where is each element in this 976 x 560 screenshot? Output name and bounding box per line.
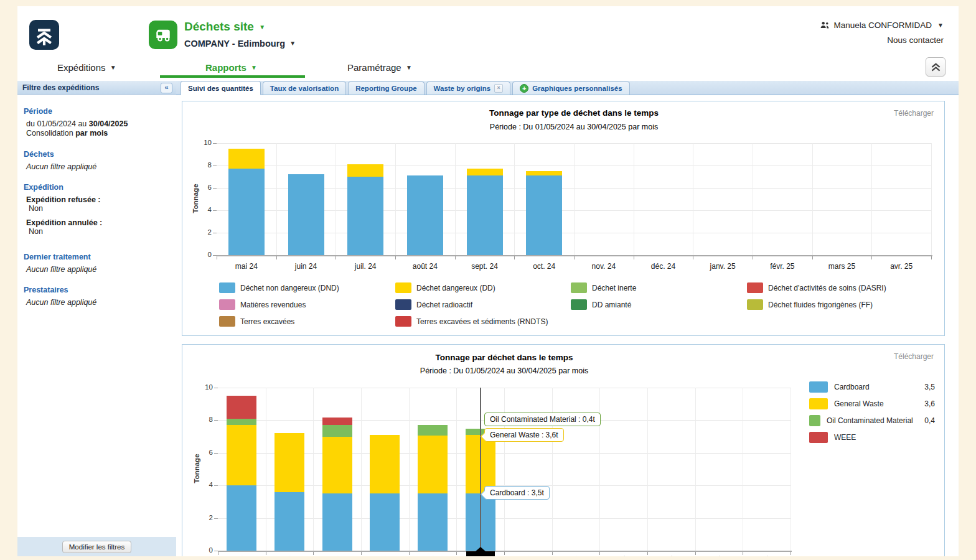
- x-axis-category-label: juil. 24: [337, 262, 393, 271]
- tab-taux-de-valorisation[interactable]: Taux de valorisation: [263, 82, 346, 95]
- filter-panel: Période du 01/05/2024 au 30/04/2025 Cons…: [17, 95, 176, 537]
- bar-segment-general-waste[interactable]: [370, 435, 400, 493]
- bar-segment-cardboard[interactable]: [418, 493, 448, 551]
- legend-item[interactable]: WEEE: [809, 432, 935, 443]
- bar-segment-oil-contaminated-material[interactable]: [418, 425, 448, 436]
- legend-item[interactable]: Déchet fluides frigorigènes (FF): [747, 299, 873, 310]
- bar-segment-d-chet-non-dangereux-dnd-[interactable]: [467, 175, 503, 255]
- contact-link[interactable]: Nous contacter: [887, 35, 944, 45]
- download-link-chart2[interactable]: Télécharger: [894, 352, 934, 361]
- legend-label: Déchet d'activités de soins (DASRI): [768, 284, 886, 292]
- chart2-title: Tonnage par déchet dans le temps: [435, 353, 573, 362]
- x-axis-category-label: mai 24: [218, 262, 274, 271]
- bar-segment-cardboard[interactable]: [227, 485, 256, 551]
- x-axis-tick: [456, 552, 457, 555]
- modify-filters-button[interactable]: Modifier les filtres: [62, 541, 131, 553]
- legend-item[interactable]: Terres excavées: [219, 316, 294, 327]
- x-axis-tick: [504, 552, 505, 555]
- grid-line-v: [791, 388, 791, 551]
- y-axis-tick: [214, 485, 218, 486]
- nav-parametrage[interactable]: Paramétrage ▼: [347, 62, 412, 73]
- tab-graphiques-personnalises[interactable]: + Graphiques personnalisés: [512, 82, 629, 95]
- bar-segment-cardboard[interactable]: [274, 492, 304, 551]
- bar-segment-d-chet-dangereux-dd-[interactable]: [347, 164, 383, 177]
- section-heading: Période: [24, 107, 170, 116]
- close-icon[interactable]: ×: [494, 84, 503, 93]
- legend-item[interactable]: DD amianté: [571, 299, 631, 310]
- legend-item[interactable]: Déchet inerte: [571, 282, 636, 293]
- x-axis-tick: [313, 552, 314, 555]
- legend-item[interactable]: Terres excavées et sédiments (RNDTS): [395, 316, 548, 327]
- bar-segment-d-chet-non-dangereux-dnd-[interactable]: [407, 175, 443, 255]
- logo-tree-icon: [32, 22, 57, 47]
- bar-segment-weee[interactable]: [227, 396, 256, 419]
- bar-segment-general-waste[interactable]: [322, 437, 352, 494]
- x-axis-category-label: juin 24: [278, 262, 334, 271]
- x-axis-tick: [791, 552, 791, 555]
- company-dropdown[interactable]: COMPANY - Edimbourg ▼: [184, 39, 296, 49]
- truck-glyph: [151, 23, 175, 47]
- bar-segment-general-waste[interactable]: [418, 436, 448, 493]
- legend-swatch: [395, 299, 411, 310]
- chevron-down-icon: ▼: [406, 64, 412, 71]
- y-axis-tick: [214, 388, 218, 388]
- tab-label: Graphiques personnalisés: [532, 85, 622, 92]
- bar-segment-d-chet-non-dangereux-dnd-[interactable]: [228, 169, 265, 255]
- filter-section-dechets: Déchets Aucun filtre appliqué: [24, 150, 170, 171]
- bar-segment-general-waste[interactable]: [274, 433, 304, 492]
- x-axis-tick: [574, 256, 575, 259]
- x-axis-category-label: sept. 24: [457, 262, 513, 271]
- hovered-axis-label-marker: [466, 551, 495, 556]
- legend-item[interactable]: Déchet dangereux (DD): [395, 282, 495, 293]
- field-value: Non: [29, 227, 170, 236]
- bar-segment-d-chet-dangereux-dd-[interactable]: [467, 169, 503, 175]
- tab-waste-by-origins[interactable]: Waste by origins ×: [426, 82, 511, 95]
- filter-line: du 01/05/2024 au 30/04/2025: [26, 119, 170, 129]
- nav-expeditions[interactable]: Expéditions ▼: [57, 62, 116, 73]
- legend-label: Déchet non dangereux (DND): [240, 284, 339, 292]
- tab-suivi-des-quantites[interactable]: Suivi des quantités: [181, 81, 261, 95]
- y-axis-tick-label: 6: [194, 449, 213, 456]
- bar-segment-d-chet-dangereux-dd-[interactable]: [228, 149, 265, 169]
- bar-segment-d-chet-non-dangereux-dnd-[interactable]: [347, 177, 383, 255]
- legend-item[interactable]: Déchet d'activités de soins (DASRI): [747, 282, 886, 293]
- bar-segment-d-chet-non-dangereux-dnd-[interactable]: [526, 175, 562, 255]
- legend-item[interactable]: Oil Contaminated Material0,4: [809, 415, 935, 426]
- legend-label: Déchet inerte: [592, 284, 636, 292]
- x-axis-tick: [455, 256, 456, 259]
- bar-segment-oil-contaminated-material[interactable]: [322, 425, 352, 436]
- nav-rapports[interactable]: Rapports ▼: [205, 62, 257, 73]
- legend-label: Terres excavées: [240, 317, 294, 326]
- x-axis-tick: [647, 552, 648, 555]
- collapse-header-button[interactable]: [926, 57, 946, 77]
- y-axis-tick: [214, 420, 218, 421]
- bar-segment-oil-contaminated-material[interactable]: [227, 419, 256, 425]
- filter-text-bold: 30/04/2025: [89, 119, 128, 128]
- user-menu[interactable]: Manuela CONFORMIDAD ▼: [820, 20, 944, 30]
- bar-segment-general-waste[interactable]: [227, 425, 256, 485]
- grid-line-v: [812, 143, 813, 255]
- legend-value: 3,6: [909, 399, 935, 408]
- bar-segment-cardboard[interactable]: [370, 493, 400, 551]
- site-title-dropdown[interactable]: Déchets site ▼: [184, 20, 265, 34]
- page: Déchets site ▼ COMPANY - Edimbourg ▼ Man…: [0, 0, 976, 560]
- x-axis-tick: [395, 256, 396, 259]
- y-axis-tick-label: 2: [193, 228, 212, 236]
- waste-truck-icon[interactable]: [149, 21, 177, 49]
- bar-segment-weee[interactable]: [322, 418, 352, 425]
- legend-item[interactable]: Matières revendues: [219, 299, 306, 310]
- bar-segment-d-chet-dangereux-dd-[interactable]: [526, 171, 562, 175]
- tab-label: Reporting Groupe: [355, 85, 416, 92]
- legend-item[interactable]: Déchet radioactif: [395, 299, 472, 310]
- bar-segment-d-chet-non-dangereux-dnd-[interactable]: [288, 174, 324, 255]
- app-logo-icon[interactable]: [29, 20, 59, 50]
- download-link-chart1[interactable]: Télécharger: [894, 109, 934, 118]
- tab-reporting-groupe[interactable]: Reporting Groupe: [348, 82, 424, 95]
- tab-label: Suivi des quantités: [188, 85, 253, 92]
- frame-left: [0, 0, 17, 560]
- legend-item[interactable]: Déchet non dangereux (DND): [219, 282, 339, 293]
- collapse-sidebar-button[interactable]: «: [161, 83, 172, 93]
- bar-segment-cardboard[interactable]: [322, 493, 352, 551]
- legend-item[interactable]: General Waste3,6: [809, 398, 935, 409]
- legend-item[interactable]: Cardboard3,5: [809, 381, 935, 393]
